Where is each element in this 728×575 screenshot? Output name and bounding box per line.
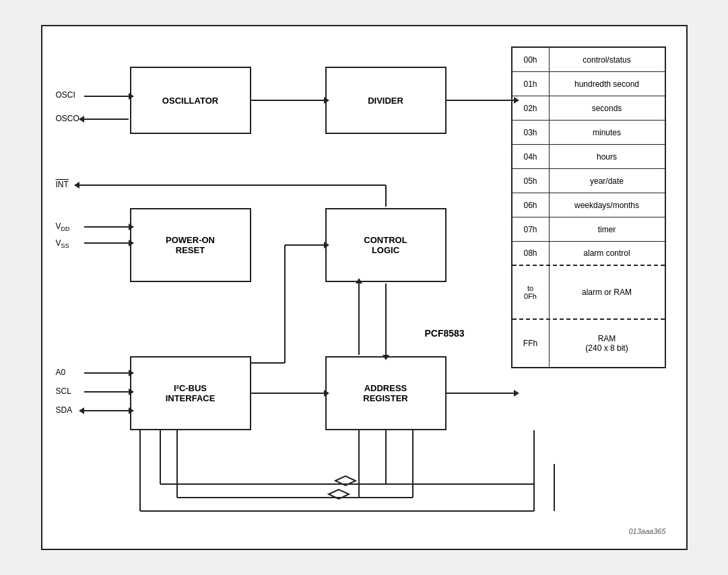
- svg-marker-13: [129, 224, 134, 230]
- figure-label: 013aaa365: [628, 527, 665, 535]
- svg-marker-7: [514, 97, 519, 104]
- svg-marker-19: [129, 388, 134, 395]
- svg-marker-24: [324, 390, 329, 397]
- svg-marker-15: [129, 240, 134, 246]
- block-diagram: OSCILLATOR DIVIDER POWER-ON RESET CONTRO…: [41, 25, 688, 550]
- svg-marker-3: [79, 116, 84, 123]
- connections-svg: [42, 26, 686, 549]
- svg-marker-22: [129, 407, 134, 414]
- svg-marker-1: [129, 93, 134, 100]
- svg-marker-30: [356, 278, 362, 283]
- svg-marker-21: [79, 407, 84, 414]
- svg-marker-17: [129, 370, 134, 376]
- svg-marker-28: [383, 355, 389, 360]
- svg-marker-26: [514, 390, 519, 397]
- svg-marker-34: [324, 242, 329, 248]
- svg-marker-9: [74, 182, 79, 189]
- svg-marker-5: [324, 97, 329, 104]
